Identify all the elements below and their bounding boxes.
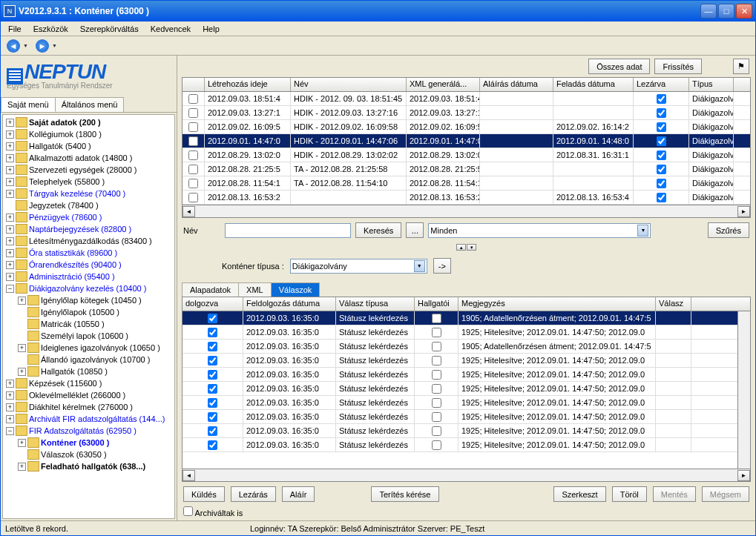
tree-node[interactable]: Matricák (10550 ) <box>4 318 173 330</box>
processed-checkbox[interactable] <box>208 384 217 394</box>
save-button[interactable]: Mentés <box>653 486 696 502</box>
nav-forward-button[interactable]: ► <box>33 38 52 54</box>
student-checkbox[interactable] <box>432 314 441 323</box>
tree-node[interactable]: +Adminisztráció (95400 ) <box>4 271 173 282</box>
tree-expander[interactable]: + <box>6 391 14 400</box>
tree-expander[interactable]: + <box>18 344 26 352</box>
row-checkbox[interactable] <box>188 193 198 202</box>
tree-node[interactable]: +Feladható hallgatók (638...) <box>4 460 173 472</box>
processed-checkbox[interactable] <box>208 328 217 337</box>
grid1-row[interactable]: 2012.09.03. 13:27:1HDIK - 2012.09.03. 13… <box>183 106 750 120</box>
tree-expander[interactable]: + <box>6 166 14 174</box>
closed-checkbox[interactable] <box>657 193 666 202</box>
tree-expander[interactable]: − <box>6 285 14 293</box>
filter-button[interactable]: Szűrés <box>708 222 749 238</box>
refresh-button[interactable]: Frissítés <box>654 59 702 74</box>
grid2-header[interactable]: Hallgatói <box>415 297 458 311</box>
tree-node[interactable]: −Diákigazolvány kezelés (10400 ) <box>4 282 173 294</box>
tree-node[interactable]: Válaszok (63050 ) <box>4 449 173 460</box>
grid1-header[interactable] <box>183 78 205 91</box>
grid1-header[interactable]: Aláírás dátuma <box>480 78 553 91</box>
terit-button[interactable]: Terítés kérése <box>371 486 438 502</box>
all-data-button[interactable]: Összes adat <box>588 59 650 74</box>
tree-node[interactable]: +Hallgatók (10850 ) <box>4 365 173 377</box>
tree-expander[interactable]: + <box>6 190 14 198</box>
tree-expander[interactable]: + <box>6 178 14 186</box>
menu-favorites[interactable]: Kedvencek <box>145 23 197 35</box>
tree-node[interactable]: +Diákhitel kérelmek (276000 ) <box>4 401 173 413</box>
student-checkbox[interactable] <box>432 328 441 337</box>
row-checkbox[interactable] <box>188 108 198 118</box>
tab-responses[interactable]: Válaszok <box>271 282 321 297</box>
menu-file[interactable]: File <box>2 23 27 35</box>
grid2-row[interactable]: 2012.09.03. 16:35:0Státusz lekérdezés192… <box>183 410 750 424</box>
tab-own-menu[interactable]: Saját menü <box>1 97 56 112</box>
cancel-button[interactable]: Mégsem <box>702 486 749 502</box>
tree-node[interactable]: +Pénzügyek (78600 ) <box>4 211 173 223</box>
spinner-up[interactable]: ▴ <box>456 244 466 251</box>
tree-node[interactable]: +Telephelyek (55800 ) <box>4 176 173 188</box>
closed-checkbox[interactable] <box>657 150 666 160</box>
send-button[interactable]: Küldés <box>183 486 225 502</box>
tree-expander[interactable]: + <box>6 415 14 423</box>
tree-expander[interactable]: + <box>18 297 26 305</box>
browse-button[interactable]: ... <box>406 222 424 238</box>
closed-checkbox[interactable] <box>657 179 666 188</box>
tree-expander[interactable]: − <box>6 427 14 435</box>
row-checkbox[interactable] <box>188 165 198 174</box>
processed-checkbox[interactable] <box>208 342 217 351</box>
student-checkbox[interactable] <box>432 370 441 380</box>
grid1-header[interactable]: Típus <box>689 78 734 91</box>
tree-node[interactable]: +Kollégiumok (1800 ) <box>4 128 173 140</box>
processed-checkbox[interactable] <box>208 412 217 422</box>
archived-checkbox[interactable] <box>183 506 193 516</box>
grid2-header[interactable]: Feldolgozás dátuma <box>243 297 336 311</box>
student-checkbox[interactable] <box>432 440 441 450</box>
grid1-header[interactable]: XML generálá... <box>407 78 480 91</box>
nav-back-dropdown[interactable]: ▼ <box>23 43 28 48</box>
closed-checkbox[interactable] <box>657 94 666 104</box>
menu-roles[interactable]: Szerepkörváltás <box>74 23 145 35</box>
grid1-header[interactable]: Név <box>291 78 407 91</box>
processed-checkbox[interactable] <box>208 426 217 436</box>
search-name-input[interactable] <box>225 223 351 238</box>
row-checkbox[interactable] <box>188 150 198 160</box>
grid1-row[interactable]: 2012.08.28. 11:54:1TA - 2012.08.28. 11:5… <box>183 176 750 191</box>
tree-node[interactable]: +Létesítménygazdálkodás (83400 ) <box>4 235 173 247</box>
close-button[interactable]: ✕ <box>736 4 752 19</box>
grid2-row[interactable]: 2012.09.03. 16:35:0Státusz lekérdezés192… <box>183 354 750 368</box>
processed-checkbox[interactable] <box>208 356 217 365</box>
grid1-row[interactable]: 2012.08.13. 16:53:22012.08.13. 16:53:220… <box>183 191 750 205</box>
tree-node[interactable]: +Órarendkészítés (90400 ) <box>4 259 173 271</box>
student-checkbox[interactable] <box>432 356 441 365</box>
closed-checkbox[interactable] <box>657 122 666 132</box>
grid2-row[interactable]: 2012.09.03. 16:35:0Státusz lekérdezés192… <box>183 396 750 410</box>
tree-expander[interactable]: + <box>6 142 14 150</box>
closed-checkbox[interactable] <box>657 108 666 118</box>
container-type-combo[interactable]: Diákigazolvány▼ <box>290 259 427 274</box>
tree-expander[interactable]: + <box>18 463 26 471</box>
closed-checkbox[interactable] <box>657 165 666 174</box>
student-checkbox[interactable] <box>432 398 441 408</box>
archived-checkbox-label[interactable]: Archiváltak is <box>183 509 243 517</box>
tree-expander[interactable]: + <box>6 225 14 234</box>
row-checkbox[interactable] <box>188 179 198 188</box>
student-checkbox[interactable] <box>432 384 441 394</box>
tree-expander[interactable]: + <box>6 130 14 139</box>
tree-node[interactable]: +Alkalmazotti adatok (14800 ) <box>4 152 173 164</box>
grid2-header[interactable]: Válasz típusa <box>336 297 415 311</box>
minimize-button[interactable]: — <box>700 4 717 19</box>
tree-expander[interactable]: + <box>6 261 14 269</box>
grid2-row[interactable]: 2012.09.03. 16:35:0Státusz lekérdezés192… <box>183 438 750 452</box>
delete-button[interactable]: Töröl <box>612 486 647 502</box>
grid2-header[interactable]: dolgozva <box>183 297 243 311</box>
grid1-row[interactable]: 2012.09.02. 16:09:5HDIK - 2012.09.02. 16… <box>183 120 750 134</box>
tree-node[interactable]: +Hallgatók (5400 ) <box>4 140 173 152</box>
container-go-button[interactable]: -> <box>433 258 451 274</box>
grid1-row[interactable]: 2012.09.01. 14:47:0HDIK - 2012.09.01. 14… <box>183 134 750 148</box>
tree-expander[interactable]: + <box>18 439 26 447</box>
tree-expander[interactable]: + <box>6 380 14 388</box>
processed-checkbox[interactable] <box>208 370 217 380</box>
grid2-row[interactable]: 2012.09.03. 16:35:0Státusz lekérdezés190… <box>183 340 750 354</box>
tree-expander[interactable]: + <box>6 273 14 281</box>
